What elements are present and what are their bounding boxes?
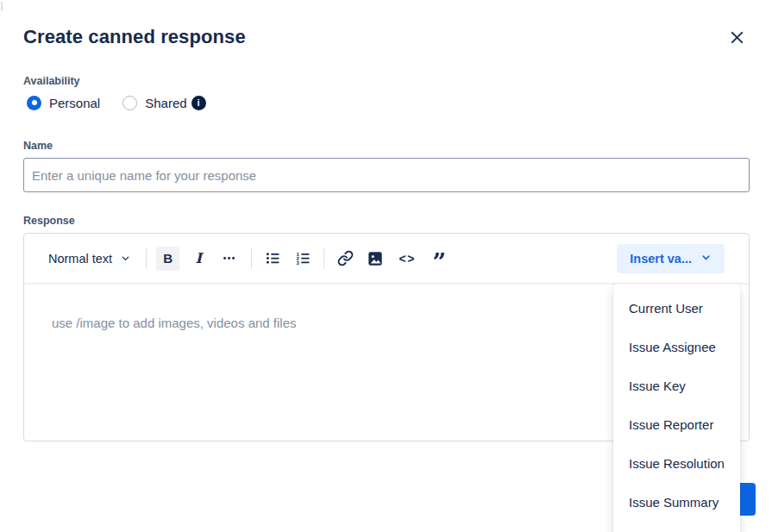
menu-item-issue-summary[interactable]: Issue Summary xyxy=(613,483,740,522)
menu-item-issue-reporter[interactable]: Issue Reporter xyxy=(613,405,740,444)
numbered-list-icon: 1 2 3 xyxy=(295,250,311,266)
name-input[interactable] xyxy=(23,158,750,192)
info-icon[interactable] xyxy=(191,96,206,110)
text-style-button[interactable]: Normal text xyxy=(43,247,136,271)
bold-button[interactable]: B xyxy=(156,247,179,271)
image-icon xyxy=(367,251,383,266)
toolbar-divider xyxy=(146,248,147,269)
chevron-down-icon xyxy=(700,252,712,266)
menu-item-issue-assignee[interactable]: Issue Assignee xyxy=(613,328,740,366)
text-style-label: Normal text xyxy=(48,252,112,266)
insert-variable-button[interactable]: Insert va... xyxy=(617,244,725,273)
link-icon xyxy=(337,250,354,266)
radio-label-shared: Shared xyxy=(145,96,186,110)
close-icon xyxy=(729,29,745,48)
screen-edge-artifact xyxy=(1,2,3,11)
image-button[interactable] xyxy=(364,247,386,271)
radio-label-personal: Personal xyxy=(49,96,100,110)
toolbar-divider xyxy=(323,248,324,269)
quote-button[interactable] xyxy=(428,247,450,271)
svg-text:3: 3 xyxy=(296,260,299,266)
numbered-list-button[interactable]: 1 2 3 xyxy=(292,247,314,271)
close-button[interactable] xyxy=(725,28,748,50)
quote-icon xyxy=(432,259,446,267)
insert-variable-menu: Current User Issue Assignee Issue Key Is… xyxy=(613,284,740,532)
bullet-list-icon xyxy=(265,250,281,266)
dialog-title: Create canned response xyxy=(23,26,246,48)
menu-item-current-user[interactable]: Current User xyxy=(613,289,740,328)
radio-unselected-icon[interactable] xyxy=(122,96,137,110)
availability-label: Availability xyxy=(23,75,80,87)
bullet-list-button[interactable] xyxy=(261,247,284,271)
italic-icon: I xyxy=(195,250,201,266)
editor-toolbar: Normal text B I xyxy=(24,234,749,285)
response-label: Response xyxy=(23,215,75,227)
radio-selected-icon[interactable] xyxy=(27,96,41,110)
toolbar-divider xyxy=(251,248,252,269)
menu-item-issue-resolution[interactable]: Issue Resolution xyxy=(613,444,740,483)
link-button[interactable] xyxy=(334,247,356,271)
code-button[interactable] xyxy=(394,247,420,271)
name-label: Name xyxy=(23,140,53,152)
chevron-down-icon xyxy=(120,253,131,264)
availability-radio-group: Personal Shared xyxy=(27,94,206,111)
italic-button[interactable]: I xyxy=(187,247,210,271)
radio-option-personal[interactable]: Personal xyxy=(27,96,100,110)
insert-variable-label: Insert va... xyxy=(630,252,692,266)
create-canned-response-dialog: Create canned response Availability Pers… xyxy=(0,0,772,532)
menu-item-issue-key[interactable]: Issue Key xyxy=(613,366,740,405)
bold-icon: B xyxy=(163,251,173,266)
radio-option-shared[interactable]: Shared xyxy=(122,96,186,110)
more-formatting-button[interactable] xyxy=(217,247,242,271)
